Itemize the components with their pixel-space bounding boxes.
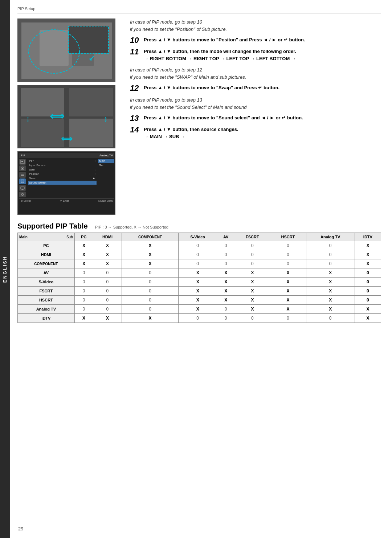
- cell-atv-hscrt: X: [270, 305, 306, 314]
- two-col-layout: ↙ ⟺ ↕: [17, 19, 381, 215]
- cell-hscrt-hdmi: 0: [93, 296, 122, 305]
- step11-item: 11 Press ▲ / ▼ button, then the mode wil…: [130, 48, 381, 62]
- cell-svideo-idtv: 0: [355, 278, 381, 287]
- cell-comp-idtv: X: [355, 259, 381, 268]
- menu-icon-5: [19, 185, 26, 191]
- step14-item: 14 Press ▲ / ▼ button, then source chang…: [130, 126, 381, 140]
- cell-fscrt-fscrt: X: [235, 287, 270, 296]
- row-label-hdmi: HDMI: [18, 250, 75, 259]
- pip-table: Main Sub PC HDMI COMPONENT S-Video AV FS…: [17, 233, 381, 323]
- menu-sub-item: Sub: [98, 163, 114, 167]
- menu-top-bar: PIP Analog TV: [19, 153, 114, 158]
- step11-num: 11: [130, 48, 141, 56]
- menu-sound-item: Sound Select:: [28, 181, 97, 185]
- svg-rect-4: [69, 26, 109, 53]
- cell-comp-svideo: 0: [179, 259, 217, 268]
- cell-hscrt-hscrt: X: [270, 296, 306, 305]
- cell-hscrt-idtv: 0: [355, 296, 381, 305]
- col-header-idtv: iDTV: [355, 233, 381, 241]
- cell-atv-pc: 0: [74, 305, 93, 314]
- page-number: 29: [18, 526, 23, 531]
- cell-hdmi-hscrt: 0: [270, 250, 306, 259]
- cell-fscrt-svideo: X: [179, 287, 217, 296]
- col-header-svideo: S-Video: [179, 233, 217, 241]
- image-pip-position: ⟺ ↕ ↕ ⟺: [17, 85, 115, 148]
- menu-icon-3: [19, 172, 26, 178]
- menu-menu-label: MENU Menu: [98, 200, 113, 202]
- step10-item: 10 Press ▲ / ▼ buttons to move to "Posit…: [130, 36, 381, 44]
- note10-line1: In case of PIP mode, go to step 10: [130, 19, 381, 26]
- menu-right-panel: Main Sub: [98, 159, 114, 197]
- step14-num: 14: [130, 126, 141, 134]
- menu-icon-6: [19, 192, 26, 197]
- cell-av-component: 0: [122, 268, 179, 278]
- menu-content: PIP: Input Source: Size: Position: Swap►…: [19, 159, 114, 197]
- step13-num: 13: [130, 114, 141, 122]
- cell-atv-analogtv: X: [306, 305, 355, 314]
- cell-pc-pc: X: [74, 241, 93, 250]
- cell-comp-component: X: [122, 259, 179, 268]
- svg-text:⟺: ⟺: [50, 111, 64, 122]
- cell-atv-fscrt: X: [235, 305, 270, 314]
- step14-text: Press ▲ / ▼ button, then source changes.…: [144, 126, 238, 140]
- note12-line2: if you need to set the "SWAP" of Main an…: [130, 74, 381, 81]
- tv-screen-middle: ⟺ ↕ ↕ ⟺: [18, 85, 115, 148]
- cell-hscrt-svideo: X: [179, 296, 217, 305]
- cell-comp-fscrt: 0: [235, 259, 270, 268]
- step12-text-content: Press ▲ / ▼ buttons to move to "Swap" an…: [144, 85, 279, 90]
- svg-rect-2: [40, 30, 69, 66]
- svg-text:⟺: ⟺: [61, 134, 73, 143]
- row-label-svideo: S-Video: [18, 278, 75, 287]
- col-header-hscrt: HSCRT: [270, 233, 306, 241]
- cell-pc-analogtv: 0: [306, 241, 355, 250]
- col-header-pc: PC: [74, 233, 93, 241]
- cell-fscrt-component: 0: [122, 287, 179, 296]
- cell-svideo-pc: 0: [74, 278, 93, 287]
- cell-av-svideo: X: [179, 268, 217, 278]
- cell-atv-component: 0: [122, 305, 179, 314]
- left-images-col: ↙ ⟺ ↕: [17, 19, 123, 215]
- menu-icon-2: [19, 165, 26, 171]
- pip-header-row: Supported PIP Table PIP : 0 → Supported,…: [17, 222, 381, 230]
- row-label-fscrt: FSCRT: [18, 287, 75, 296]
- english-label: ENGLISH: [3, 255, 8, 282]
- cell-fscrt-pc: 0: [74, 287, 93, 296]
- menu-input-item: Input Source:: [28, 163, 97, 167]
- cell-pc-component: X: [122, 241, 179, 250]
- cell-pc-svideo: 0: [179, 241, 217, 250]
- step10-num: 10: [130, 36, 141, 44]
- menu-top-right: Analog TV: [99, 154, 113, 157]
- cell-comp-hscrt: 0: [270, 259, 306, 268]
- cell-hdmi-fscrt: 0: [235, 250, 270, 259]
- svg-rect-23: [22, 181, 23, 181]
- cell-hdmi-svideo: 0: [179, 250, 217, 259]
- cell-fscrt-analogtv: X: [306, 287, 355, 296]
- row-label-idtv: iDTV: [18, 314, 75, 323]
- cell-fscrt-hdmi: 0: [93, 287, 122, 296]
- cell-svideo-fscrt: X: [235, 278, 270, 287]
- note10-line2: if you need to set the "Position" of Sub…: [130, 26, 381, 33]
- cell-hscrt-pc: 0: [74, 296, 93, 305]
- cell-fscrt-hscrt: X: [270, 287, 306, 296]
- page-header: PIP Setup: [17, 7, 381, 13]
- cell-av-av: X: [217, 268, 235, 278]
- row-label-analogtv: Analog TV: [18, 305, 75, 314]
- svg-point-19: [22, 168, 23, 169]
- cell-fscrt-av: X: [217, 287, 235, 296]
- table-row: AV 0 0 0 X X X X X 0: [18, 268, 381, 278]
- cell-hdmi-analogtv: 0: [306, 250, 355, 259]
- cell-atv-hdmi: 0: [93, 305, 122, 314]
- cell-idtv-hdmi: X: [93, 314, 122, 323]
- cell-svideo-component: 0: [122, 278, 179, 287]
- table-row: HSCRT 0 0 0 X X X X X 0: [18, 296, 381, 305]
- note13-line1: In case of PIP mode, go to step 13: [130, 96, 381, 104]
- row-label-pc: PC: [18, 241, 75, 250]
- cell-atv-svideo: X: [179, 305, 217, 314]
- cell-av-analogtv: X: [306, 268, 355, 278]
- menu-bottom-bar: ⊕ Select ↵ Enter MENU Menu: [19, 198, 114, 203]
- note13-line2: if you need to set the "Sound Select" of…: [130, 104, 381, 111]
- svg-rect-17: [21, 161, 23, 162]
- cell-av-hscrt: X: [270, 268, 306, 278]
- menu-size-item: Size:: [28, 168, 97, 172]
- step11-main-text: Press ▲ / ▼ button, then the mode will c…: [144, 49, 296, 54]
